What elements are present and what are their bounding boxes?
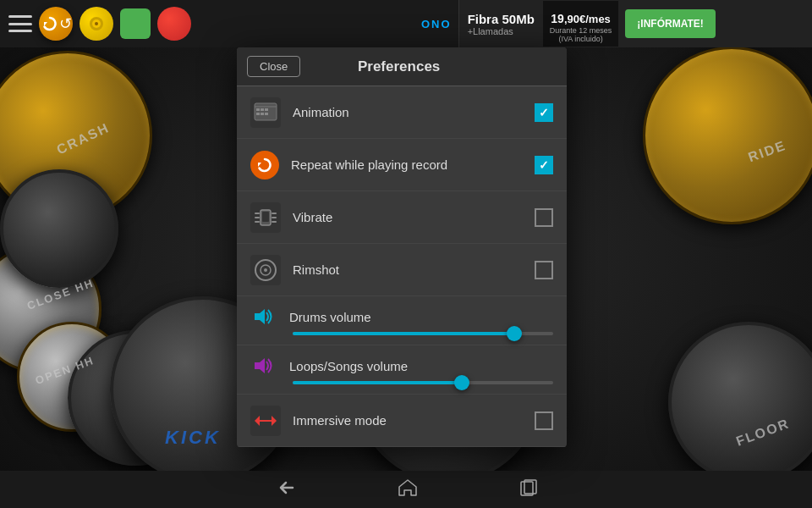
drums-volume-fill <box>293 332 514 335</box>
ad-brand-text: ONO <box>421 18 452 30</box>
rimshot-label: Rimshot <box>293 262 523 277</box>
ad-price-note: Durante 12 meses <box>550 26 612 35</box>
drums-volume-thumb[interactable] <box>507 326 522 341</box>
immersive-icon <box>250 406 281 436</box>
preferences-dialog: Close Preferences Animation <box>237 47 567 471</box>
svg-rect-9 <box>256 113 260 115</box>
refresh-button[interactable] <box>39 7 73 41</box>
dialog-header: Close Preferences <box>237 47 567 86</box>
ad-fibra-title: Fibra 50Mb <box>468 12 535 26</box>
svg-marker-28 <box>272 416 277 426</box>
vibrate-checkbox[interactable] <box>535 208 553 227</box>
ad-ono-logo: ONO <box>414 0 459 47</box>
dialog-title: Preferences <box>300 58 497 75</box>
drum-pad-1 <box>0 169 118 288</box>
kick-left-label: KICK <box>165 427 221 449</box>
drums-volume-label: Drums volume <box>289 310 371 324</box>
immersive-label: Immersive mode <box>293 413 523 428</box>
loops-volume-container: Loops/Songs volume <box>237 345 567 395</box>
svg-marker-25 <box>255 309 265 324</box>
recents-button[interactable] <box>519 478 538 501</box>
ad-price-tax: (IVA incluido) <box>558 35 602 43</box>
vibrate-preference[interactable]: Vibrate <box>237 191 567 244</box>
vibrate-icon <box>250 202 281 233</box>
record-button[interactable] <box>120 8 151 39</box>
top-bar: ONO Fibra 50Mb +Llamadas 19,90€/mes Dura… <box>0 0 812 47</box>
rimshot-icon <box>250 255 281 285</box>
immersive-preference[interactable]: Immersive mode <box>237 395 567 447</box>
svg-rect-4 <box>255 103 277 120</box>
svg-rect-10 <box>261 113 264 115</box>
toolbar-left <box>8 7 191 41</box>
loops-volume-thumb[interactable] <box>454 375 469 390</box>
svg-rect-8 <box>265 108 268 111</box>
refresh-icon <box>41 14 59 33</box>
loops-volume-fill <box>293 381 462 384</box>
drums-volume-container: Drums volume <box>237 296 567 345</box>
rimshot-checkbox[interactable] <box>535 261 553 279</box>
svg-rect-15 <box>262 212 269 222</box>
immersive-checkbox[interactable] <box>535 411 553 430</box>
svg-point-3 <box>95 22 98 25</box>
animation-label: Animation <box>293 105 523 119</box>
loops-volume-label: Loops/Songs volume <box>289 359 408 373</box>
drums-volume-track[interactable] <box>293 332 553 335</box>
svg-rect-6 <box>256 108 260 111</box>
stop-button[interactable] <box>157 7 191 41</box>
dialog-container: Close Preferences Animation <box>237 47 567 447</box>
metronome-button[interactable] <box>80 7 113 41</box>
repeat-label: Repeat while playing record <box>291 157 523 172</box>
ad-fibra-subtitle: +Llamadas <box>468 26 535 36</box>
loops-volume-track[interactable] <box>293 381 553 384</box>
svg-rect-11 <box>265 113 268 115</box>
loops-volume-icon <box>250 354 279 378</box>
floor-drum <box>668 322 812 483</box>
close-button[interactable]: Close <box>247 56 300 77</box>
ad-fibra-section: Fibra 50Mb +Llamadas <box>459 8 543 40</box>
animation-icon <box>250 97 281 128</box>
svg-rect-7 <box>261 108 264 111</box>
rimshot-preference[interactable]: Rimshot <box>237 244 567 296</box>
home-button[interactable] <box>398 478 418 501</box>
ad-price-value: 19,90€/mes <box>551 4 611 26</box>
repeat-icon <box>250 151 279 179</box>
repeat-checkbox[interactable] <box>535 156 553 174</box>
svg-marker-26 <box>255 358 265 373</box>
drums-volume-icon <box>250 305 279 329</box>
svg-marker-0 <box>44 22 47 26</box>
svg-point-12 <box>254 154 276 176</box>
ad-price-section: 19,90€/mes Durante 12 meses (IVA incluid… <box>543 1 619 47</box>
animation-checkbox[interactable] <box>535 103 553 122</box>
vibrate-label: Vibrate <box>293 210 523 224</box>
repeat-preference[interactable]: Repeat while playing record <box>237 139 567 191</box>
menu-icon[interactable] <box>8 15 32 32</box>
back-button[interactable] <box>274 478 296 501</box>
ad-cta-button[interactable]: ¡INFÓRMATE! <box>625 9 715 38</box>
ride-cymbal <box>643 47 812 224</box>
svg-point-24 <box>264 268 267 272</box>
bottom-nav <box>0 471 812 508</box>
ad-banner[interactable]: ONO Fibra 50Mb +Llamadas 19,90€/mes Dura… <box>414 0 812 47</box>
svg-marker-27 <box>255 416 260 426</box>
animation-preference[interactable]: Animation <box>237 86 567 139</box>
metronome-icon <box>87 14 106 33</box>
